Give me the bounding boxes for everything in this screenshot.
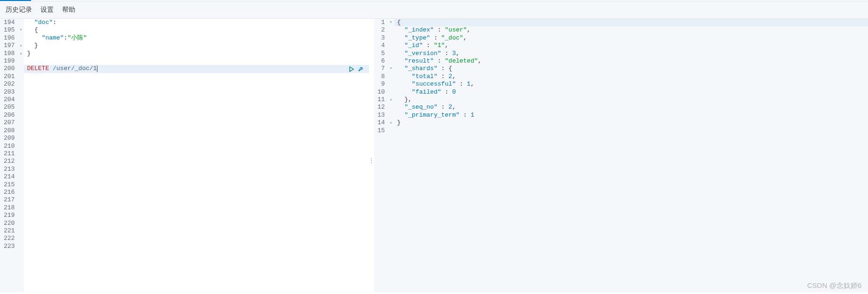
code-line[interactable] [27,181,369,188]
code-line[interactable] [27,235,369,242]
wrench-icon[interactable] [358,66,364,72]
code-line[interactable]: { [27,26,369,34]
watermark: CSDN @念奴娇6 [807,281,861,290]
code-line[interactable] [27,80,369,88]
toolbar-settings[interactable]: 设置 [40,6,54,14]
code-line[interactable] [27,103,369,111]
code-line: } [397,119,868,127]
code-line[interactable]: } [27,42,369,49]
request-code[interactable]: "doc": { "name":"小陈" }} DELETE /user/_do… [24,19,369,292]
code-line[interactable] [27,142,369,150]
code-line: "_primary_term" : 1 [397,111,868,119]
code-line[interactable] [27,127,369,134]
code-line[interactable]: } [27,50,369,57]
code-line[interactable] [27,150,369,158]
code-line: "failed" : 0 [397,88,868,96]
request-line-gutter: 194 195 196 197 198 199 200 201 202 203 … [0,19,17,292]
code-line[interactable] [27,189,369,196]
response-line-gutter: 1 2 3 4 5 6 7 8 9 10 11 12 13 14 15 [374,19,388,292]
editor-panes: 194 195 196 197 198 199 200 201 202 203 … [0,19,868,292]
code-line[interactable]: "name":"小陈" [27,34,369,42]
toolbar-history[interactable]: 历史记录 [6,6,32,14]
code-line[interactable] [27,88,369,96]
code-line[interactable] [27,96,369,103]
run-icon[interactable] [348,66,355,72]
response-code: { "_index" : "user", "_type" : "_doc", "… [394,19,868,292]
code-line: "_id" : "1", [397,42,868,49]
pane-splitter[interactable]: ⋮ [369,19,374,292]
code-line: "total" : 2, [397,73,868,80]
code-line: { [397,19,868,26]
code-line: "_version" : 3, [397,50,868,57]
code-line: "_type" : "_doc", [397,34,868,42]
toolbar-help[interactable]: 帮助 [62,6,75,14]
code-line[interactable] [27,135,369,142]
code-line[interactable] [27,196,369,204]
code-line[interactable] [27,57,369,65]
code-line[interactable] [27,111,369,119]
response-viewer[interactable]: 1 2 3 4 5 6 7 8 9 10 11 12 13 14 15 ▾ ▾ … [374,19,868,292]
code-line[interactable] [27,219,369,227]
code-line[interactable] [27,212,369,219]
response-fold-gutter: ▾ ▾ ▴ ▴ [388,19,394,292]
code-line[interactable] [27,73,369,80]
code-line[interactable] [27,158,369,165]
code-line[interactable] [27,242,369,250]
code-line: "_seq_no" : 2, [397,103,868,111]
code-line[interactable] [27,227,369,235]
code-line[interactable] [27,204,369,211]
code-line[interactable] [27,173,369,181]
code-line: "result" : "deleted", [397,57,868,65]
code-line[interactable]: "doc": [27,19,369,26]
toolbar: 历史记录 设置 帮助 [0,1,868,19]
code-line[interactable]: DELETE /user/_doc/1 [27,65,369,72]
code-line: }, [397,96,868,103]
request-editor[interactable]: 194 195 196 197 198 199 200 201 202 203 … [0,19,369,292]
request-fold-gutter: ▾ ▴ ▴ [17,19,24,292]
code-line: "_index" : "user", [397,26,868,34]
code-line[interactable] [27,119,369,127]
code-line[interactable] [27,165,369,173]
code-line: "_shards" : { [397,65,868,72]
code-line: "successful" : 1, [397,80,868,88]
code-line [397,127,868,134]
